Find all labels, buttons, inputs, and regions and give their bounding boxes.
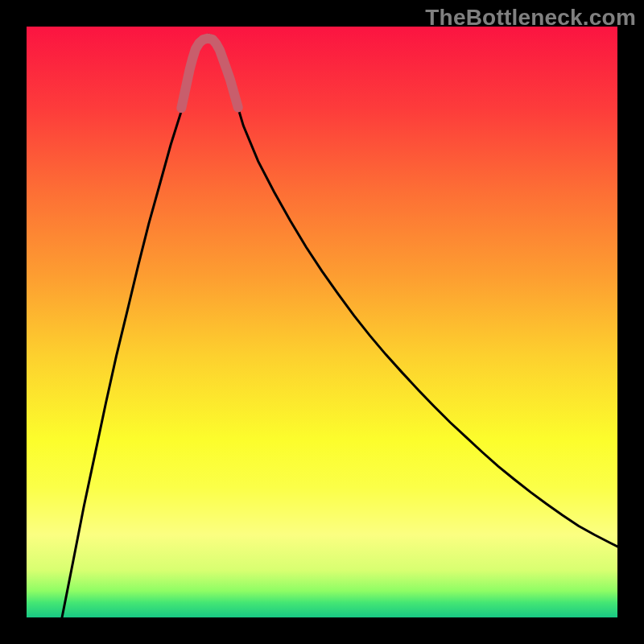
chart-canvas (27, 27, 617, 617)
chart-frame: TheBottleneck.com (0, 0, 644, 644)
gradient-background (27, 27, 617, 617)
chart-plot-area (27, 27, 617, 617)
watermark-text: TheBottleneck.com (425, 5, 636, 31)
